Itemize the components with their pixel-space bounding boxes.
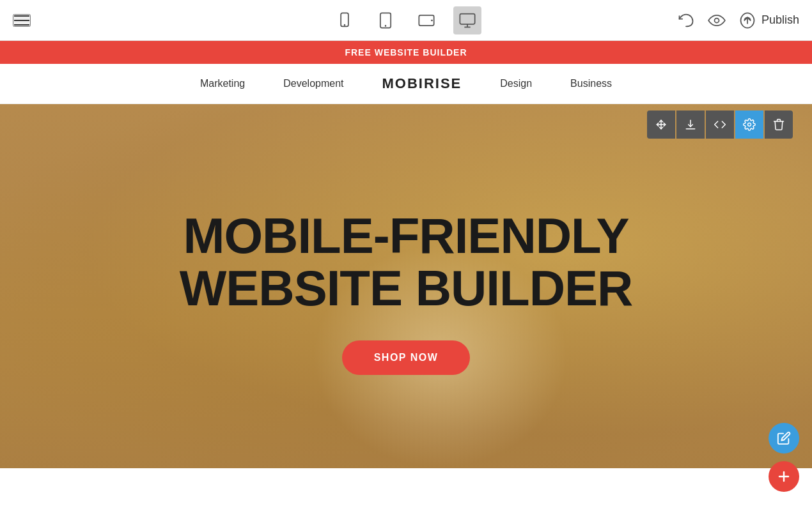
preview-button[interactable] <box>708 11 726 29</box>
section-download-button[interactable] <box>676 111 705 139</box>
section-settings-button[interactable] <box>735 111 763 139</box>
mobile-view-button[interactable] <box>331 6 359 34</box>
add-section-button[interactable] <box>769 461 799 492</box>
nav-item-development[interactable]: Development <box>283 78 343 89</box>
menu-button[interactable] <box>13 14 31 27</box>
toolbar-left <box>13 14 31 27</box>
promo-banner: FREE WEBSITE BUILDER <box>0 41 812 64</box>
section-delete-button[interactable] <box>765 111 793 139</box>
nav-item-design[interactable]: Design <box>500 78 532 89</box>
hero-content: MOBILE-FRIENDLY WEBSITE BUILDER SHOP NOW <box>154 172 659 400</box>
tablet-view-button[interactable] <box>371 6 400 34</box>
nav-item-marketing[interactable]: Marketing <box>200 78 245 89</box>
preview-area: FREE WEBSITE BUILDER Marketing Developme… <box>0 41 812 511</box>
hero-title: MOBILE-FRIENDLY WEBSITE BUILDER <box>180 210 633 315</box>
hero-section: MOBILE-FRIENDLY WEBSITE BUILDER SHOP NOW <box>0 104 812 468</box>
publish-label: Publish <box>761 13 799 27</box>
toolbar-right: Publish <box>677 11 799 29</box>
nav-item-business[interactable]: Business <box>570 78 612 89</box>
site-brand[interactable]: MOBIRISE <box>382 75 462 92</box>
section-code-button[interactable] <box>706 111 734 139</box>
svg-point-15 <box>748 123 751 126</box>
site-nav: Marketing Development MOBIRISE Design Bu… <box>0 64 812 104</box>
section-move-button[interactable] <box>647 111 675 139</box>
device-switcher <box>331 6 481 34</box>
svg-point-9 <box>714 18 719 22</box>
shop-now-button[interactable]: SHOP NOW <box>342 340 471 375</box>
publish-button[interactable]: Publish <box>738 11 799 29</box>
top-toolbar: Publish <box>0 0 812 41</box>
desktop-view-button[interactable] <box>453 6 481 34</box>
tablet-landscape-button[interactable] <box>412 6 441 34</box>
hero-title-line2: WEBSITE BUILDER <box>180 260 633 316</box>
svg-rect-6 <box>460 13 474 24</box>
undo-button[interactable] <box>677 11 695 29</box>
hero-title-line1: MOBILE-FRIENDLY <box>183 208 629 264</box>
edit-float-button[interactable] <box>769 423 799 454</box>
section-toolbar <box>647 111 793 139</box>
promo-text: FREE WEBSITE BUILDER <box>345 47 467 57</box>
